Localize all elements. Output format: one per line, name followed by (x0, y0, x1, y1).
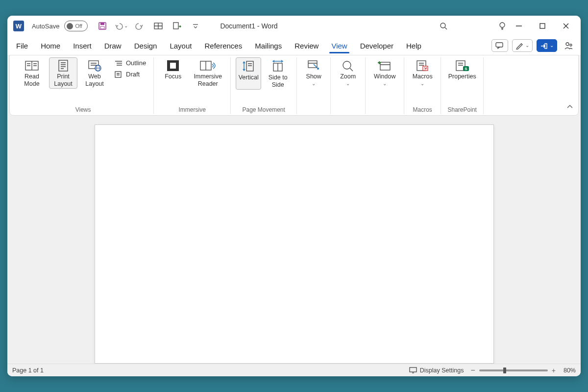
page-movement-group-label: Page Movement (243, 105, 285, 114)
autosave-toggle[interactable]: Off (64, 21, 88, 31)
macros-icon (415, 59, 430, 72)
page-count[interactable]: Page 1 of 1 (12, 367, 44, 374)
read-mode-label: Read Mode (19, 73, 45, 88)
svg-rect-59 (380, 62, 390, 70)
vertical-label: Vertical (239, 74, 259, 89)
read-mode-button[interactable]: Read Mode (18, 57, 46, 89)
side-icon (270, 59, 285, 73)
side-to-side-button[interactable]: Side to Side (264, 57, 292, 90)
qat-grid-button[interactable] (151, 19, 165, 33)
chevron-down-icon: ⌄ (346, 81, 350, 86)
show-button[interactable]: Show ⌄ (302, 57, 325, 87)
print-layout-button[interactable]: Print Layout (49, 57, 77, 89)
lightbulb-icon (498, 22, 506, 30)
properties-label: Properties (448, 73, 476, 88)
immersive-reader-button[interactable]: Immersive Reader (190, 57, 225, 89)
group-macros: Macros ⌄ Macros (404, 57, 441, 114)
document-area[interactable] (7, 116, 581, 364)
status-bar: Page 1 of 1 Display Settings − + 80% (7, 364, 581, 376)
share-icon (540, 42, 548, 49)
tabs-list: File Home Insert Draw Design Layout Refe… (11, 40, 426, 52)
web-layout-button[interactable]: Web Layout (80, 57, 109, 89)
chevron-down-icon: ⌄ (420, 81, 424, 86)
tab-developer[interactable]: Developer (355, 40, 398, 52)
comments-button[interactable] (491, 39, 508, 52)
redo-button[interactable] (133, 19, 147, 33)
zoom-level[interactable]: 80% (564, 367, 576, 374)
page-icon (57, 59, 70, 72)
tab-view[interactable]: View (326, 40, 352, 52)
outline-button[interactable]: Outline (112, 58, 148, 68)
editing-mode-button[interactable]: ⌄ (512, 39, 533, 52)
autosave-label: AutoSave (32, 23, 59, 30)
share-button[interactable]: ⌄ (537, 39, 557, 52)
sharepoint-group-label: SharePoint (448, 105, 477, 114)
svg-point-19 (566, 43, 569, 46)
show-icon (307, 59, 320, 72)
svg-rect-70 (410, 368, 416, 372)
monitor-icon (409, 367, 417, 374)
zoom-in-button[interactable]: + (552, 367, 556, 374)
app-window: W AutoSave Off ⌄ (7, 16, 581, 376)
document-page[interactable] (95, 124, 494, 364)
document-arrow-icon (172, 22, 181, 30)
vertical-button[interactable]: Vertical (236, 57, 261, 90)
ribbon-tabs: File Home Insert Draw Design Layout Refe… (7, 36, 581, 55)
tab-review[interactable]: Review (290, 40, 323, 52)
save-button[interactable] (96, 19, 109, 33)
zoom-out-button[interactable]: − (470, 366, 475, 375)
close-button[interactable] (559, 19, 573, 33)
tips-button[interactable] (495, 19, 509, 33)
tab-help[interactable]: Help (401, 40, 426, 52)
svg-rect-14 (540, 24, 545, 28)
chevron-down-icon: ⌄ (312, 81, 316, 86)
slider-knob[interactable] (503, 368, 506, 373)
reader-icon (199, 59, 216, 72)
show-spacer (313, 105, 315, 114)
toggle-knob (67, 23, 73, 29)
chevron-down-icon: ⌄ (124, 24, 128, 28)
display-settings-button[interactable]: Display Settings (409, 367, 464, 374)
web-icon (87, 59, 102, 72)
tab-home[interactable]: Home (36, 40, 65, 52)
qat-customize-button[interactable] (189, 19, 202, 33)
window-button[interactable]: Window ⌄ (370, 57, 399, 87)
chevron-up-icon (566, 104, 573, 109)
search-button[interactable] (437, 19, 450, 33)
svg-line-9 (445, 27, 447, 29)
svg-point-8 (441, 23, 445, 28)
tab-design[interactable]: Design (129, 40, 162, 52)
zoom-slider[interactable] (479, 369, 548, 371)
focus-icon (166, 59, 180, 72)
properties-button[interactable]: S Properties (446, 57, 478, 89)
macros-button[interactable]: Macros ⌄ (409, 57, 436, 87)
tab-mailings[interactable]: Mailings (250, 40, 287, 52)
undo-button[interactable]: ⌄ (114, 19, 128, 33)
zoom-button[interactable]: Zoom ⌄ (336, 57, 360, 87)
tab-file[interactable]: File (11, 40, 33, 52)
maximize-icon (539, 23, 546, 29)
immersive-group-label: Immersive (179, 105, 206, 114)
svg-line-58 (350, 68, 353, 71)
qat-doc-button[interactable] (170, 19, 184, 33)
save-icon (98, 22, 107, 30)
draft-button[interactable]: Draft (112, 70, 148, 79)
tab-insert[interactable]: Insert (68, 40, 97, 52)
tab-references[interactable]: References (199, 40, 247, 52)
person-icon (564, 41, 574, 50)
account-button[interactable] (561, 39, 577, 52)
comment-icon (495, 42, 504, 49)
svg-rect-27 (59, 60, 68, 71)
quick-access-toolbar: ⌄ (96, 19, 202, 33)
collapse-ribbon-button[interactable] (566, 102, 573, 111)
minimize-button[interactable] (512, 19, 526, 33)
focus-button[interactable]: Focus (159, 57, 187, 89)
document-title: Document1 - Word (205, 22, 434, 30)
tab-layout[interactable]: Layout (165, 40, 196, 52)
outline-label: Outline (126, 59, 146, 67)
title-bar: W AutoSave Off ⌄ (7, 16, 581, 36)
tab-draw[interactable]: Draw (99, 40, 126, 52)
maximize-button[interactable] (536, 19, 549, 33)
svg-rect-18 (545, 44, 547, 49)
redo-icon (135, 22, 144, 30)
